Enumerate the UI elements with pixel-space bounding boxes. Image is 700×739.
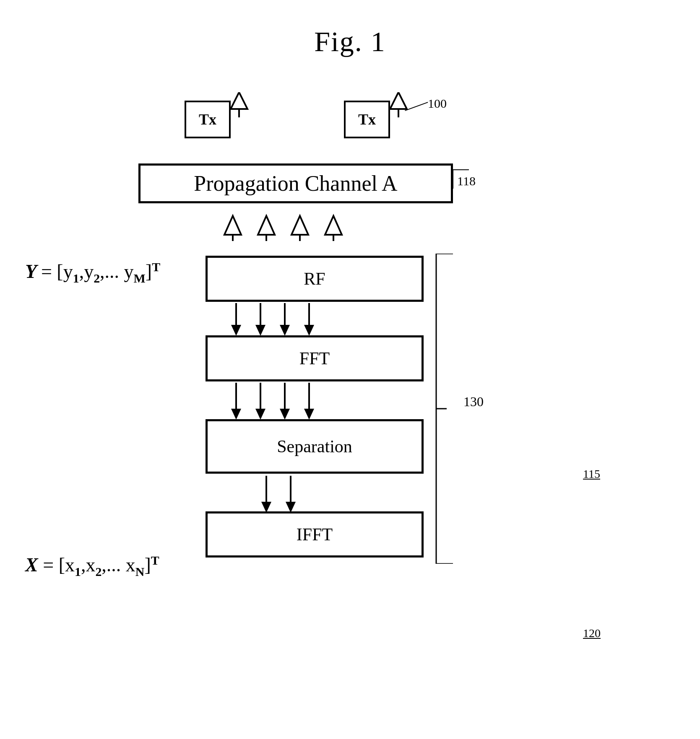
svg-marker-6 (224, 216, 241, 235)
block-ifft: IFFT 126 (206, 511, 424, 557)
ifft-label: IFFT (297, 524, 333, 545)
arrows-sep-to-ifft (260, 476, 297, 513)
svg-marker-17 (255, 325, 265, 336)
ref-118: 118 (457, 174, 476, 188)
svg-marker-27 (280, 409, 290, 420)
ref-115: 115 (583, 467, 600, 481)
sep-label: Separation (277, 436, 352, 456)
ref-100: 100 (428, 96, 447, 111)
block-fft: FFT 120 (206, 335, 424, 381)
tx-box-right: Tx (344, 101, 390, 138)
svg-marker-15 (231, 325, 241, 336)
diagram: Tx Tx 100 Propagation Channel A 118 (0, 67, 700, 729)
svg-marker-12 (325, 216, 342, 235)
y-equation: Y = [y1,y2,... yM]T (25, 260, 160, 285)
svg-marker-8 (258, 216, 275, 235)
x-equation: X = [x1,x2,... xN]T (25, 553, 159, 579)
svg-marker-21 (304, 325, 314, 336)
page-title: Fig. 1 (0, 0, 700, 58)
tx-antenna-right (388, 92, 409, 117)
svg-marker-25 (255, 409, 265, 420)
block-sep: Separation 125 (206, 419, 424, 474)
arrows-fft-to-sep (230, 383, 315, 420)
prop-channel-box: Propagation Channel A (138, 163, 453, 203)
ref-130: 130 (463, 394, 484, 410)
svg-marker-0 (231, 92, 247, 109)
tx-right-label: Tx (358, 111, 376, 128)
svg-marker-29 (304, 409, 314, 420)
rf-label: RF (304, 269, 325, 289)
bracket-130 (432, 254, 457, 564)
fft-label: FFT (299, 348, 330, 368)
svg-marker-10 (291, 216, 308, 235)
block-rf: RF 115 (206, 256, 424, 302)
rx-antennas (222, 214, 344, 241)
tx-antenna-left (229, 92, 250, 117)
rx-antenna-3 (289, 214, 310, 241)
ref-120: 120 (583, 627, 601, 640)
tx-left-label: Tx (199, 111, 216, 128)
rx-antenna-1 (222, 214, 243, 241)
rx-antenna-2 (256, 214, 277, 241)
tx-box-left: Tx (185, 101, 231, 138)
arrows-rf-to-fft (230, 303, 315, 336)
svg-marker-19 (280, 325, 290, 336)
prop-channel-label: Propagation Channel A (194, 171, 397, 196)
svg-marker-2 (390, 92, 407, 109)
rx-antenna-4 (323, 214, 344, 241)
svg-marker-23 (231, 409, 241, 420)
